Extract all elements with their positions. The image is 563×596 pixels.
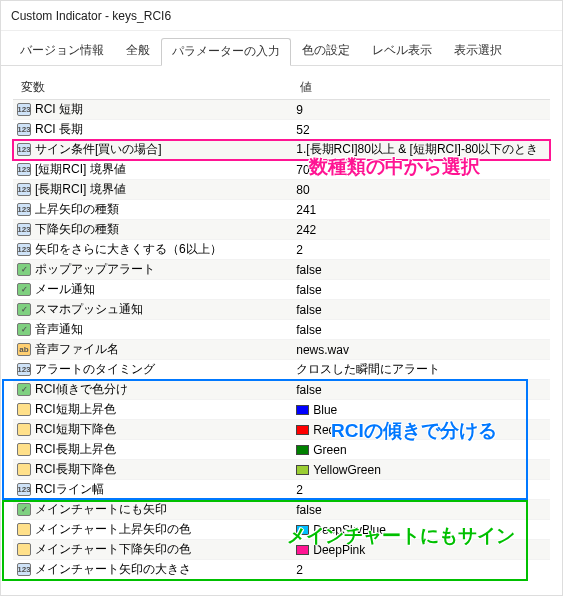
param-name: RCI短期下降色: [35, 421, 116, 438]
param-value[interactable]: DeepPink: [313, 543, 365, 557]
type-icon: [17, 523, 31, 536]
param-value[interactable]: 9: [296, 103, 303, 117]
param-name: RCI長期下降色: [35, 461, 116, 478]
color-swatch: [296, 525, 309, 535]
param-value[interactable]: false: [296, 303, 321, 317]
color-swatch: [296, 545, 309, 555]
type-icon: 123: [17, 123, 31, 136]
col-name: 変数: [13, 76, 292, 100]
table-row[interactable]: ✓ポップアップアラートfalse: [13, 260, 550, 280]
param-name: 下降矢印の種類: [35, 221, 119, 238]
table-row[interactable]: 123RCI 短期9: [13, 100, 550, 120]
color-swatch: [296, 425, 309, 435]
param-name: 音声ファイル名: [35, 341, 119, 358]
table-row[interactable]: 123RCIライン幅2: [13, 480, 550, 500]
param-name: [短期RCI] 境界値: [35, 161, 126, 178]
table-row[interactable]: ✓音声通知false: [13, 320, 550, 340]
type-icon: 123: [17, 183, 31, 196]
type-icon: 123: [17, 243, 31, 256]
param-name: RCI 短期: [35, 101, 83, 118]
param-value[interactable]: クロスした瞬間にアラート: [296, 361, 440, 378]
param-value[interactable]: 1.[長期RCI]80以上 & [短期RCI]-80以下のとき: [296, 141, 538, 158]
param-value[interactable]: YellowGreen: [313, 463, 381, 477]
type-icon: 123: [17, 143, 31, 156]
tab-levels[interactable]: レベル表示: [361, 37, 443, 65]
table-row[interactable]: 123下降矢印の種類242: [13, 220, 550, 240]
tab-colors[interactable]: 色の設定: [291, 37, 361, 65]
param-value[interactable]: 242: [296, 223, 316, 237]
table-row[interactable]: 123矢印をさらに大きくする（6以上）2: [13, 240, 550, 260]
table-row[interactable]: 123アラートのタイミングクロスした瞬間にアラート: [13, 360, 550, 380]
window: Custom Indicator - keys_RCI6 バージョン情報 全般 …: [0, 0, 563, 596]
param-value[interactable]: 70: [296, 163, 309, 177]
param-value[interactable]: Blue: [313, 403, 337, 417]
param-name: RCI 長期: [35, 121, 83, 138]
param-name: [長期RCI] 境界値: [35, 181, 126, 198]
param-value[interactable]: 2: [296, 243, 303, 257]
table-row[interactable]: RCI長期下降色YellowGreen: [13, 460, 550, 480]
param-name: メインチャート下降矢印の色: [35, 541, 191, 558]
table-row[interactable]: ✓スマホプッシュ通知false: [13, 300, 550, 320]
type-icon: 123: [17, 223, 31, 236]
table-row[interactable]: RCI短期下降色Red: [13, 420, 550, 440]
param-value[interactable]: 241: [296, 203, 316, 217]
type-icon: 123: [17, 483, 31, 496]
param-value[interactable]: 52: [296, 123, 309, 137]
type-icon: 123: [17, 203, 31, 216]
param-name: RCI長期上昇色: [35, 441, 116, 458]
table-row[interactable]: ✓メインチャートにも矢印false: [13, 500, 550, 520]
param-value[interactable]: false: [296, 383, 321, 397]
param-value[interactable]: Red: [313, 423, 335, 437]
tab-parameters[interactable]: パラメーターの入力: [161, 38, 291, 66]
type-icon: [17, 443, 31, 456]
tab-display[interactable]: 表示選択: [443, 37, 513, 65]
table-row[interactable]: ab音声ファイル名news.wav: [13, 340, 550, 360]
type-icon: [17, 423, 31, 436]
param-name: メインチャートにも矢印: [35, 501, 167, 518]
param-value[interactable]: false: [296, 503, 321, 517]
table-row[interactable]: 123上昇矢印の種類241: [13, 200, 550, 220]
param-name: ポップアップアラート: [35, 261, 155, 278]
type-icon: [17, 463, 31, 476]
table-row[interactable]: 123RCI 長期52: [13, 120, 550, 140]
type-icon: 123: [17, 363, 31, 376]
param-value[interactable]: 80: [296, 183, 309, 197]
table-row[interactable]: RCI長期上昇色Green: [13, 440, 550, 460]
type-icon: ✓: [17, 303, 31, 316]
param-value[interactable]: 2: [296, 563, 303, 577]
color-swatch: [296, 445, 309, 455]
param-name: メール通知: [35, 281, 95, 298]
param-name: スマホプッシュ通知: [35, 301, 143, 318]
titlebar: Custom Indicator - keys_RCI6: [1, 1, 562, 31]
param-name: RCIライン幅: [35, 481, 104, 498]
param-name: 音声通知: [35, 321, 83, 338]
type-icon: [17, 403, 31, 416]
param-value[interactable]: 2: [296, 483, 303, 497]
table-row[interactable]: ✓RCI傾きで色分けfalse: [13, 380, 550, 400]
content: 変数 値 123RCI 短期9123RCI 長期52123サイン条件[買いの場合…: [1, 66, 562, 590]
table-row[interactable]: 123メインチャート矢印の大きさ2: [13, 560, 550, 580]
table-row[interactable]: メインチャート下降矢印の色DeepPink: [13, 540, 550, 560]
table-row[interactable]: メインチャート上昇矢印の色DeepSkyBlue: [13, 520, 550, 540]
param-value[interactable]: false: [296, 263, 321, 277]
param-value[interactable]: news.wav: [296, 343, 349, 357]
table-row[interactable]: 123[長期RCI] 境界値80: [13, 180, 550, 200]
tab-general[interactable]: 全般: [115, 37, 161, 65]
table-row[interactable]: 123サイン条件[買いの場合]1.[長期RCI]80以上 & [短期RCI]-8…: [13, 140, 550, 160]
type-icon: 123: [17, 103, 31, 116]
table-row[interactable]: RCI短期上昇色Blue: [13, 400, 550, 420]
table-row[interactable]: ✓メール通知false: [13, 280, 550, 300]
param-name: メインチャート矢印の大きさ: [35, 561, 191, 578]
param-value[interactable]: DeepSkyBlue: [313, 523, 386, 537]
tab-version[interactable]: バージョン情報: [9, 37, 115, 65]
type-icon: ✓: [17, 383, 31, 396]
param-value[interactable]: false: [296, 283, 321, 297]
table-row[interactable]: 123[短期RCI] 境界値70: [13, 160, 550, 180]
param-value[interactable]: Green: [313, 443, 346, 457]
param-value[interactable]: false: [296, 323, 321, 337]
param-name: 上昇矢印の種類: [35, 201, 119, 218]
type-icon: ✓: [17, 323, 31, 336]
type-icon: [17, 543, 31, 556]
type-icon: 123: [17, 563, 31, 576]
params-grid: 変数 値 123RCI 短期9123RCI 長期52123サイン条件[買いの場合…: [13, 76, 550, 580]
